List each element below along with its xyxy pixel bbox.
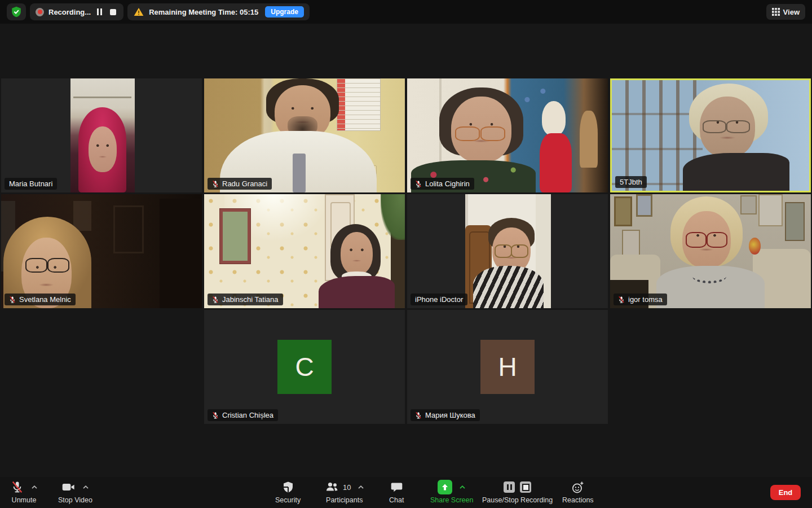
share-screen-button[interactable]: Share Screen <box>430 480 473 504</box>
muted-mic-icon <box>212 411 219 419</box>
participant-name: Radu Granaci <box>222 179 267 188</box>
chevron-up-icon[interactable] <box>82 485 89 489</box>
chat-button[interactable]: Chat <box>389 480 404 504</box>
participants-icon <box>324 480 339 494</box>
meeting-time-label: Remaining Meeting Time: 05:15 <box>149 8 258 16</box>
reactions-label: Reactions <box>562 496 594 504</box>
participant-name: Maria Butnari <box>9 179 52 188</box>
video-tile-lolita-cighirin[interactable]: Lolita Cighirin <box>407 78 608 192</box>
muted-mic-icon <box>415 180 422 188</box>
participants-count: 10 <box>343 483 351 492</box>
participant-name: iPhone iDoctor <box>415 295 463 304</box>
video-grid: Maria Butnari Radu Granaci <box>1 78 811 424</box>
recording-label: Recording... <box>48 8 91 16</box>
chevron-up-icon[interactable] <box>31 485 38 489</box>
mic-muted-icon <box>10 480 24 494</box>
video-feed <box>610 194 811 308</box>
video-feed <box>407 194 608 308</box>
video-tile-cristian-chislea[interactable]: C Cristian Chișlea <box>204 310 405 424</box>
avatar-letter: C <box>295 352 314 382</box>
avatar: H <box>480 340 535 394</box>
stop-video-label: Stop Video <box>58 496 92 504</box>
pause-stop-recording-label: Pause/Stop Recording <box>482 496 553 504</box>
nameplate: iPhone iDoctor <box>411 294 467 305</box>
video-feed <box>407 78 608 192</box>
reactions-button[interactable]: Reactions <box>562 480 594 504</box>
chevron-up-icon[interactable] <box>358 485 364 489</box>
avatar: C <box>277 340 332 394</box>
toolbar: Unmute Stop Video Security <box>0 477 812 508</box>
stop-record-icon[interactable] <box>520 481 531 493</box>
view-label: View <box>783 8 800 16</box>
nameplate: igor tomsa <box>614 294 667 305</box>
recording-dot-icon <box>36 8 44 16</box>
security-shield-icon <box>281 480 295 494</box>
grid-view-icon <box>772 8 780 16</box>
muted-mic-icon <box>212 296 219 304</box>
video-tile-maria-butnari[interactable]: Maria Butnari <box>1 78 202 192</box>
participant-name: Мария Шукова <box>425 411 475 419</box>
chat-label: Chat <box>389 496 404 504</box>
pause-icon <box>97 8 102 15</box>
nameplate: Jabinschi Tatiana <box>208 294 283 305</box>
video-feed <box>1 194 202 308</box>
participants-label: Participants <box>326 496 363 504</box>
stop-recording-button[interactable] <box>108 3 118 20</box>
meeting-time-chip: Remaining Meeting Time: 05:15 Upgrade <box>127 3 310 20</box>
encryption-chip <box>7 3 26 20</box>
security-button[interactable]: Security <box>275 480 301 504</box>
participant-name: Jabinschi Tatiana <box>222 295 279 304</box>
end-button[interactable]: End <box>770 485 801 500</box>
muted-mic-icon <box>212 180 219 188</box>
unmute-label: Unmute <box>12 496 37 504</box>
nameplate: Svetlana Melnic <box>5 294 76 305</box>
video-tile-svetlana-melnic[interactable]: Svetlana Melnic <box>1 194 202 308</box>
stop-icon <box>110 9 116 15</box>
video-tile-radu-granaci[interactable]: Radu Granaci <box>204 78 405 192</box>
participant-name: Svetlana Melnic <box>19 295 71 304</box>
recording-chip: Recording... <box>30 3 123 20</box>
video-tile-5tjbth[interactable]: 5TJbth <box>610 78 811 192</box>
pause-record-icon[interactable] <box>504 481 515 493</box>
nameplate: 5TJbth <box>615 176 647 188</box>
video-feed <box>204 78 405 192</box>
participant-name: igor tomsa <box>628 295 663 304</box>
unmute-button[interactable]: Unmute <box>10 480 38 504</box>
reactions-smiley-icon <box>571 480 585 494</box>
participants-button[interactable]: 10 Participants <box>324 480 364 504</box>
nameplate: Maria Butnari <box>5 178 57 190</box>
shield-check-icon <box>10 6 23 18</box>
security-label: Security <box>275 496 301 504</box>
chevron-up-icon[interactable] <box>459 485 466 489</box>
muted-mic-icon <box>618 296 625 304</box>
nameplate: Lolita Cighirin <box>411 178 474 190</box>
nameplate: Cristian Chișlea <box>208 409 278 421</box>
muted-mic-icon <box>415 411 422 419</box>
avatar-letter: H <box>498 352 517 382</box>
warning-icon <box>133 6 144 17</box>
video-feed <box>612 80 809 191</box>
pause-recording-button[interactable] <box>95 3 104 20</box>
video-feed <box>204 194 405 308</box>
nameplate: Radu Granaci <box>208 178 272 190</box>
video-feed <box>1 78 202 192</box>
video-tile-jabinschi-tatiana[interactable]: Jabinschi Tatiana <box>204 194 405 308</box>
muted-mic-icon <box>9 296 16 304</box>
stop-video-button[interactable]: Stop Video <box>58 480 92 504</box>
share-screen-icon <box>438 480 452 494</box>
video-tile-igor-tomsa[interactable]: igor tomsa <box>610 194 811 308</box>
upgrade-button[interactable]: Upgrade <box>265 6 304 17</box>
chat-icon <box>390 480 404 494</box>
pause-stop-recording-button[interactable]: Pause/Stop Recording <box>482 480 553 504</box>
participant-name: Cristian Chișlea <box>222 411 273 419</box>
video-tile-maria-shukova[interactable]: H Мария Шукова <box>407 310 608 424</box>
video-tile-iphone-idoctor[interactable]: iPhone iDoctor <box>407 194 608 308</box>
top-bar: Recording... Remaining Meeting Time: 05:… <box>0 0 812 24</box>
share-screen-label: Share Screen <box>430 496 473 504</box>
view-button[interactable]: View <box>766 4 805 20</box>
camera-icon <box>61 480 76 494</box>
participant-name: Lolita Cighirin <box>425 179 470 188</box>
nameplate: Мария Шукова <box>411 409 480 421</box>
participant-name: 5TJbth <box>620 178 642 186</box>
